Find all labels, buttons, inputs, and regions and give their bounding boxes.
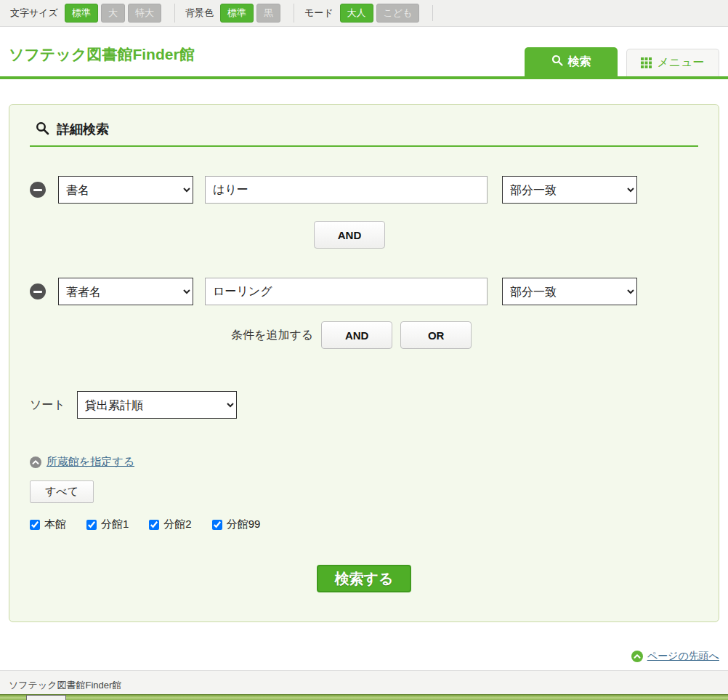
remove-condition-1-icon[interactable] bbox=[30, 182, 46, 198]
library-checkbox-row: 本館 分館1 分館2 分館99 bbox=[30, 518, 698, 531]
mode-label: モード bbox=[304, 7, 333, 20]
bottom-strip bbox=[0, 694, 728, 700]
field-select-1[interactable]: 書名 bbox=[58, 176, 193, 204]
page-top-link[interactable]: ページの先頭へ bbox=[647, 650, 719, 663]
bg-color-label: 背景色 bbox=[185, 7, 214, 20]
holdings-toggle-row: 所蔵館を指定する bbox=[30, 455, 698, 469]
condition-row-1: 書名 部分一致 bbox=[30, 176, 698, 204]
library-checkbox-branch1[interactable]: 分館1 bbox=[86, 518, 129, 531]
grid-icon bbox=[641, 57, 652, 68]
library-checkbox-main[interactable]: 本館 bbox=[30, 518, 66, 531]
tab-menu[interactable]: メニュー bbox=[626, 49, 719, 76]
branch1-checkbox[interactable] bbox=[86, 520, 97, 530]
sort-select[interactable]: 貸出累計順 bbox=[77, 391, 237, 419]
add-condition-row: 条件を追加する AND OR bbox=[231, 321, 698, 349]
add-and-button[interactable]: AND bbox=[321, 321, 392, 349]
match-select-1[interactable]: 部分一致 bbox=[502, 176, 637, 204]
page-top-row: ページの先頭へ bbox=[0, 650, 719, 663]
condition-row-2: 著者名 部分一致 bbox=[30, 278, 698, 305]
connector-row: AND bbox=[314, 221, 698, 249]
search-submit-button[interactable]: 検索する bbox=[317, 565, 411, 592]
collapse-up-icon bbox=[30, 456, 41, 468]
branch2-label: 分館2 bbox=[163, 518, 191, 531]
accessibility-toolbar: 文字サイズ 標準 大 特大 背景色 標準 黒 モード 大人 こども bbox=[0, 0, 728, 27]
toolbar-divider bbox=[432, 5, 433, 21]
tab-search-label: 検索 bbox=[568, 55, 591, 70]
library-checkbox-branch2[interactable]: 分館2 bbox=[149, 518, 191, 531]
field-select-2[interactable]: 著者名 bbox=[58, 278, 193, 305]
bottom-strip-box bbox=[26, 695, 66, 700]
main-library-label: 本館 bbox=[44, 518, 66, 531]
site-title: ソフテック図書館Finder館 bbox=[9, 44, 195, 65]
holdings-toggle-link[interactable]: 所蔵館を指定する bbox=[46, 455, 134, 469]
header-tabs: 検索 メニュー bbox=[525, 47, 719, 76]
font-size-large-button[interactable]: 大 bbox=[101, 4, 125, 23]
holdings-section: 所蔵館を指定する すべて 本館 分館1 分館2 分館99 bbox=[30, 455, 698, 531]
footer-site-name: ソフテック図書館Finder館 bbox=[9, 679, 121, 692]
tab-menu-label: メニュー bbox=[657, 55, 704, 71]
tab-search[interactable]: 検索 bbox=[525, 47, 618, 76]
panel-title-row: 詳細検索 bbox=[30, 121, 698, 147]
search-icon bbox=[551, 55, 563, 69]
font-size-normal-button[interactable]: 標準 bbox=[65, 4, 98, 23]
search-term-input-1[interactable] bbox=[205, 176, 488, 204]
mode-group: モード 大人 こども bbox=[294, 4, 433, 23]
connector-and-button[interactable]: AND bbox=[314, 221, 385, 249]
detail-search-icon bbox=[36, 121, 49, 138]
main-content: 詳細検索 書名 部分一致 AND 著者名 部分一致 bbox=[0, 104, 728, 622]
page-top-up-icon bbox=[631, 651, 643, 662]
match-select-2[interactable]: 部分一致 bbox=[502, 278, 637, 305]
font-size-label: 文字サイズ bbox=[10, 7, 58, 20]
panel-title: 詳細検索 bbox=[57, 121, 109, 138]
font-size-group: 文字サイズ 標準 大 特大 bbox=[10, 4, 174, 23]
library-checkbox-branch99[interactable]: 分館99 bbox=[212, 518, 261, 531]
remove-condition-2-icon[interactable] bbox=[30, 283, 46, 299]
mode-child-button[interactable]: こども bbox=[376, 4, 420, 23]
branch99-label: 分館99 bbox=[227, 518, 261, 531]
branch99-checkbox[interactable] bbox=[212, 520, 222, 530]
bg-color-normal-button[interactable]: 標準 bbox=[220, 4, 254, 23]
bg-color-group: 背景色 標準 黒 bbox=[174, 4, 294, 23]
font-size-xlarge-button[interactable]: 特大 bbox=[128, 4, 161, 23]
add-condition-label: 条件を追加する bbox=[231, 328, 313, 343]
detail-search-panel: 詳細検索 書名 部分一致 AND 著者名 部分一致 bbox=[9, 104, 719, 622]
sort-row: ソート 貸出累計順 bbox=[30, 391, 698, 419]
mode-adult-button[interactable]: 大人 bbox=[340, 4, 373, 23]
submit-row: 検索する bbox=[30, 565, 698, 592]
site-header: ソフテック図書館Finder館 検索 メニュー bbox=[0, 27, 728, 79]
search-term-input-2[interactable] bbox=[205, 278, 488, 305]
add-or-button[interactable]: OR bbox=[400, 321, 472, 349]
bg-color-black-button[interactable]: 黒 bbox=[256, 4, 280, 23]
select-all-button[interactable]: すべて bbox=[30, 480, 94, 503]
branch2-checkbox[interactable] bbox=[149, 520, 159, 530]
main-library-checkbox[interactable] bbox=[30, 520, 40, 530]
sort-label: ソート bbox=[30, 398, 65, 413]
branch1-label: 分館1 bbox=[101, 518, 129, 531]
